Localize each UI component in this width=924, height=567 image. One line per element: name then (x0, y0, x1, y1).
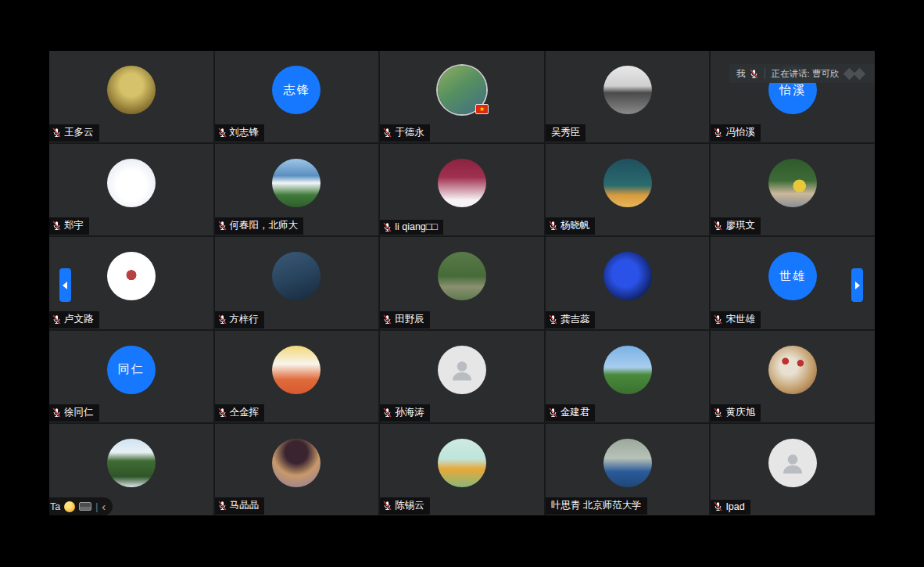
next-page-button[interactable] (851, 268, 863, 302)
mic-muted-icon (52, 127, 62, 138)
avatar (438, 252, 486, 300)
participant-name-label: 叶思青 北京师范大学 (546, 497, 647, 515)
participant-name: 徐同仁 (64, 406, 94, 419)
participant-tile[interactable]: 志锋 刘志锋 (215, 51, 379, 142)
participants-grid: 王多云 志锋 刘志锋 ★ 于德永 吴秀臣 怡溪 冯怡溪 郑宇 何春阳， (49, 51, 875, 515)
avatar (603, 66, 652, 114)
participant-name-label: 冯怡溪 (711, 124, 761, 142)
avatar (272, 252, 321, 300)
participant-name: li qiang□□ (395, 221, 438, 232)
participant-tile[interactable]: 廖琪文 (711, 144, 875, 235)
avatar (107, 439, 156, 487)
participant-name: 杨晓帆 (560, 219, 590, 232)
collapse-chevron-icon[interactable]: ‹ (102, 501, 106, 512)
participant-tile[interactable]: 马晶晶 (215, 424, 379, 515)
chevron-right-icon (855, 282, 860, 289)
participant-tile[interactable]: li qiang□□ (380, 144, 544, 235)
status-me-label: 我 (736, 68, 746, 80)
participant-tile[interactable]: 黄庆旭 (711, 331, 875, 422)
mic-muted-icon (52, 221, 62, 231)
participant-tile[interactable]: 仝金挥 (215, 331, 379, 422)
avatar (107, 66, 156, 114)
participant-tile[interactable]: 卢文路 (49, 237, 213, 328)
mic-muted-icon (713, 221, 723, 231)
participant-tile[interactable]: 孙海涛 (380, 331, 544, 422)
chevron-left-icon (63, 282, 67, 289)
participant-name-label: 龚吉蕊 (546, 311, 596, 328)
toolbar-text: Ta (50, 501, 60, 512)
participant-tile[interactable]: 方梓行 (215, 237, 379, 328)
participant-tile[interactable]: 王多云 (49, 51, 213, 142)
participant-tile[interactable]: 杨晓帆 (546, 144, 710, 235)
participant-tile[interactable]: ★ 于德永 (380, 51, 544, 142)
avatar (603, 159, 652, 207)
floating-toolbar[interactable]: Ta | ‹ (49, 497, 113, 515)
participant-tile[interactable]: 叶思青 北京师范大学 (546, 424, 710, 515)
participant-name: 黄庆旭 (725, 406, 755, 419)
participant-name: 王多云 (64, 126, 94, 139)
participant-name-label: 马晶晶 (215, 497, 265, 515)
participant-name-label: 廖琪文 (711, 217, 761, 235)
mic-muted-icon (382, 127, 392, 138)
participant-name: 孙海涛 (395, 406, 424, 419)
participant-name: 龚吉蕊 (560, 313, 590, 326)
participant-tile[interactable]: 何春阳，北师大 (215, 144, 379, 235)
participant-name-label: 王多云 (49, 124, 99, 142)
participant-name: 何春阳，北师大 (230, 219, 299, 232)
participant-name-label: 卢文路 (49, 311, 99, 328)
participant-name: 吴秀臣 (551, 126, 581, 139)
participant-name-label: Ipad (711, 500, 750, 515)
participant-name-label: 于德永 (380, 124, 430, 142)
participant-tile[interactable]: 同仁 徐同仁 (49, 331, 213, 422)
avatar (603, 439, 652, 487)
participant-name-label: 刘志锋 (215, 124, 265, 142)
participant-name-label: 黄庆旭 (711, 404, 761, 422)
participant-tile[interactable]: 龚吉蕊 (546, 237, 710, 328)
participant-name: Ipad (725, 501, 744, 512)
prev-page-button[interactable] (59, 268, 71, 302)
keyboard-icon[interactable] (79, 502, 91, 511)
avatar (272, 346, 321, 394)
avatar (438, 159, 486, 207)
participant-name: 郑宇 (64, 219, 84, 232)
participant-name: 卢文路 (64, 313, 94, 326)
mic-muted-icon (217, 314, 227, 325)
participant-name: 冯怡溪 (725, 126, 755, 139)
participant-tile[interactable]: 世雄 宋世雄 (711, 237, 875, 328)
avatar: ★ (438, 66, 486, 114)
mic-muted-icon (217, 501, 227, 511)
participant-tile[interactable]: 郑宇 (49, 144, 213, 235)
avatar (768, 346, 817, 394)
participant-name: 方梓行 (230, 313, 260, 326)
participant-name: 叶思青 北京师范大学 (551, 499, 642, 512)
toolbar-divider: | (95, 501, 98, 512)
mic-muted-icon (749, 69, 759, 79)
participant-tile[interactable]: 田野辰 (380, 237, 544, 328)
participant-name-label: 宋世雄 (711, 311, 761, 328)
participant-name-label: 陈锡云 (380, 497, 430, 515)
avatar (272, 439, 321, 487)
participant-name: 于德永 (395, 126, 424, 139)
meeting-grid-page: { "app": { "accent_blue": "#1677ff", "ti… (0, 0, 924, 567)
participant-tile[interactable]: Ipad (711, 424, 875, 515)
mic-muted-icon (382, 222, 392, 232)
participant-tile[interactable]: 陈锡云 (380, 424, 544, 515)
mic-muted-icon (52, 314, 62, 325)
smiley-icon[interactable] (64, 501, 75, 512)
participant-name: 田野辰 (395, 313, 424, 326)
speaking-status: 正在讲话: 曹可欣 (772, 68, 840, 80)
avatar (768, 159, 817, 207)
participant-tile[interactable]: 金建君 (546, 331, 710, 422)
mic-muted-icon (217, 407, 227, 418)
participant-name-label: li qiang□□ (380, 220, 443, 235)
avatar (603, 252, 652, 300)
mic-muted-icon (548, 221, 558, 231)
avatar (438, 439, 486, 487)
avatar (272, 159, 321, 207)
participant-name-label: 仝金挥 (215, 404, 265, 422)
participant-tile[interactable]: 吴秀臣 (546, 51, 710, 142)
participant-name-label: 金建君 (546, 404, 596, 422)
participant-name: 廖琪文 (725, 219, 755, 232)
avatar (107, 159, 156, 207)
participant-name-label: 何春阳，北师大 (215, 217, 304, 235)
